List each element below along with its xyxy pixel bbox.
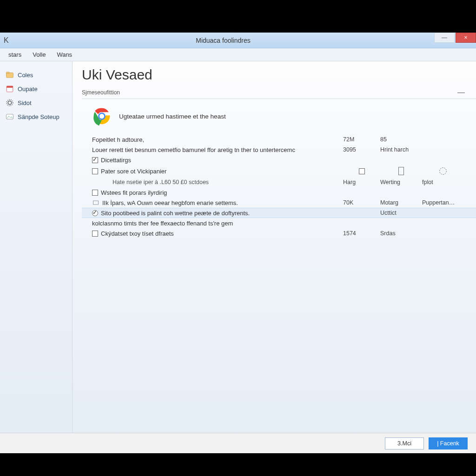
app-window: K Miduaca foolindres — × stars Volle Wan… — [0, 33, 476, 453]
collapse-icon[interactable]: — — [457, 88, 468, 97]
sidebar: Coles Oupate Sidot Sänpde Soteup — [0, 61, 73, 433]
package-icon — [92, 199, 99, 206]
list-row[interactable]: IIk İpars, wA Ouwn oeear hegbfom enarie … — [82, 198, 476, 208]
row-label: Hate nsetie iper à .L60 50 £0 sctdoes — [102, 179, 209, 185]
hero-text: Ugteatae urmed hastimee et the heast — [119, 113, 226, 120]
footer: 3.Mci | Facenk — [0, 433, 476, 453]
sidebar-item-oupate[interactable]: Oupate — [4, 82, 72, 96]
sidebar-item-coles[interactable]: Coles — [4, 68, 72, 82]
svg-rect-10 — [399, 167, 404, 175]
row-label: Sito pootibeed is palint coh wettne peæt… — [101, 210, 250, 217]
primary-button[interactable]: | Facenk — [429, 437, 468, 450]
svg-rect-1 — [7, 72, 10, 73]
checkbox[interactable] — [92, 190, 98, 196]
svg-rect-6 — [7, 114, 13, 119]
col2-header: 72M — [343, 136, 380, 143]
list-row-sub: Hate nsetie iper à .L60 50 £0 sctdoes Ha… — [82, 177, 476, 187]
col1-header: Fopeitlet h adtoure, — [92, 136, 343, 143]
list-row: kolclasnmo timts ther fee ffexaecto ffen… — [82, 218, 476, 228]
row-col3: Motarg — [380, 199, 422, 206]
sidebar-item-label: Coles — [18, 72, 33, 79]
row-label: Wstees fit porars ilyrdirig — [101, 189, 167, 196]
chrome-logo-icon — [92, 106, 112, 126]
row-label: Pater sore ot Vickipanier — [101, 168, 166, 175]
subheader-row: Louer rerett tiet besnum cemetfio bamune… — [82, 145, 476, 155]
row-col2: 1574 — [343, 230, 380, 237]
svg-rect-3 — [7, 86, 13, 88]
list-row[interactable]: Pater sore ot Vickipanier — [82, 165, 476, 177]
hero-row: Ugteatae urmed hastimee et the heast — [82, 99, 476, 134]
box-icon[interactable] — [359, 168, 365, 174]
menubar: stars Volle Wans — [0, 48, 476, 61]
checkbox[interactable] — [92, 231, 98, 237]
radio[interactable] — [92, 210, 98, 216]
row-label: kolclasnmo timts ther fee ffexaecto ffen… — [92, 220, 233, 227]
subheader-text: Louer rerett tiet besnum cemetfio bamune… — [92, 146, 343, 153]
menu-item-stars[interactable]: stars — [3, 49, 27, 60]
svg-point-9 — [99, 114, 105, 119]
list-row-selected[interactable]: Sito pootibeed is palint coh wettne peæt… — [82, 208, 476, 218]
row-label: Ckýdatset txoy tíset dfraets — [101, 230, 174, 237]
image-icon — [6, 112, 14, 121]
row-col2: 70K — [343, 199, 380, 206]
sidebar-item-label: Sidot — [18, 99, 32, 106]
col3-header: 85 — [380, 136, 422, 143]
gear-icon — [6, 99, 14, 107]
page-title: Uki Vesaed — [82, 67, 476, 83]
checkbox[interactable] — [92, 157, 98, 163]
sidebar-item-sidot[interactable]: Sidot — [4, 96, 72, 110]
row-label: IIk İpars, wA Ouwn oeear hegbfom enarie … — [102, 199, 238, 206]
icon-caption: Harg — [343, 179, 380, 185]
sidebar-item-label: Oupate — [18, 86, 38, 93]
main-panel: Uki Vesaed Sjmeseoufittion — Ugteatae ur… — [73, 61, 476, 433]
row-label: Dicettatirgs — [101, 157, 131, 164]
list-row[interactable]: Wstees fit porars ilyrdirig — [82, 187, 476, 198]
sidebar-item-sanpde[interactable]: Sänpde Soteup — [4, 110, 72, 124]
calendar-icon — [6, 85, 14, 93]
settings-list: Fopeitlet h adtoure, 72M 85 Louer rerett… — [82, 134, 476, 238]
window-controls: — × — [434, 33, 476, 48]
minimize-button[interactable]: — — [434, 33, 455, 43]
row-col4: Puppertan… — [422, 199, 464, 206]
list-row[interactable]: Ckýdatset txoy tíset dfraets 1574 Srdas — [82, 228, 476, 238]
icon-caption: fplot — [422, 179, 464, 185]
gear-icon[interactable] — [438, 166, 448, 176]
icon-caption: Werting — [380, 179, 422, 185]
row-col3: Srdas — [380, 230, 422, 237]
subheader-col2: 3095 — [343, 146, 380, 153]
secondary-button[interactable]: 3.Mci — [385, 437, 424, 450]
section-header[interactable]: Sjmeseoufittion — — [82, 86, 476, 99]
section-label: Sjmeseoufittion — [82, 89, 120, 96]
close-button[interactable]: × — [456, 33, 476, 43]
window-title: Miduaca foolindres — [12, 37, 434, 44]
menu-item-volle[interactable]: Volle — [27, 49, 51, 60]
svg-rect-12 — [93, 201, 99, 205]
titlebar: K Miduaca foolindres — × — [0, 33, 476, 48]
row-col3: Ucttict — [380, 210, 422, 216]
svg-point-4 — [8, 101, 12, 105]
folder-icon — [6, 71, 14, 79]
column-header-row: Fopeitlet h adtoure, 72M 85 — [82, 134, 476, 145]
document-icon[interactable] — [396, 166, 406, 176]
svg-point-11 — [440, 168, 447, 175]
subheader-col3: Hrint harch — [380, 146, 422, 153]
sidebar-item-label: Sänpde Soteup — [18, 113, 60, 120]
svg-point-5 — [7, 99, 13, 106]
menu-item-wans[interactable]: Wans — [51, 49, 78, 60]
app-icon: K — [4, 36, 12, 45]
list-row[interactable]: Dicettatirgs — [82, 155, 476, 165]
checkbox[interactable] — [92, 168, 98, 174]
